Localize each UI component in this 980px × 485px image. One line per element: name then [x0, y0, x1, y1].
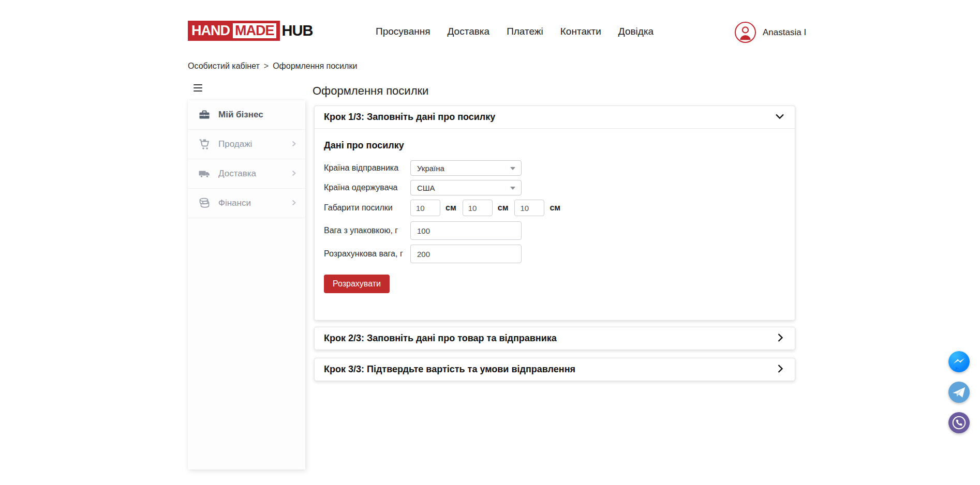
calculated-weight-row: Розрахункова вага, г	[324, 245, 785, 263]
breadcrumb-current: Оформлення посилки	[273, 62, 357, 71]
step2-card: Крок 2/3: Заповніть дані про товар та ві…	[314, 327, 795, 350]
nav-item-payments[interactable]: Платежі	[507, 26, 543, 37]
sidebar-item-my-business[interactable]: Мій бізнес	[188, 100, 305, 130]
nav-item-contacts[interactable]: Контакти	[560, 26, 601, 37]
coins-icon	[198, 197, 211, 209]
breadcrumb-separator: >	[264, 62, 269, 71]
dimension-unit: см	[550, 203, 560, 213]
page-title: Оформлення посилки	[313, 84, 428, 98]
sidebar-item-label: Мій бізнес	[218, 110, 263, 120]
dimension-unit: см	[498, 203, 509, 213]
recipient-country-select[interactable]: США	[410, 180, 522, 195]
chevron-right-icon	[776, 333, 784, 344]
chevron-right-icon	[291, 199, 297, 208]
calculated-weight-label: Розрахункова вага, г	[324, 249, 410, 259]
packed-weight-input[interactable]	[410, 221, 522, 240]
breadcrumb-cabinet[interactable]: Особистий кабінет	[188, 62, 260, 71]
packed-weight-row: Вага з упаковкою, г	[324, 221, 785, 240]
sidebar-item-label: Фінанси	[218, 198, 251, 208]
breadcrumb: Особистий кабінет > Оформлення посилки	[188, 62, 357, 71]
messenger-icon[interactable]	[948, 351, 970, 372]
sender-country-value: Україна	[417, 164, 444, 173]
logo-red-box: HAND MADE	[188, 21, 280, 41]
step3-title: Крок 3/3: Підтвердьте вартість та умови …	[324, 364, 575, 375]
recipient-country-label: Країна одержувача	[324, 183, 410, 192]
chevron-right-icon	[776, 364, 784, 375]
step1-card: Крок 1/3: Заповніть дані про посилку Дан…	[314, 105, 795, 321]
handmade-hub-logo[interactable]: HAND MADE HUB	[188, 21, 313, 41]
calculate-button[interactable]: Розрахувати	[324, 275, 390, 293]
form-heading: Дані про посилку	[324, 140, 785, 151]
packed-weight-label: Вага з упаковкою, г	[324, 226, 410, 235]
nav-item-help[interactable]: Довідка	[618, 26, 654, 37]
main-content: Крок 1/3: Заповніть дані про посилку Дан…	[314, 105, 795, 381]
nav-item-promotion[interactable]: Просування	[376, 26, 430, 37]
recipient-country-row: Країна одержувача США	[324, 180, 785, 195]
caret-down-icon	[510, 187, 515, 190]
logo-hub: HUB	[282, 23, 313, 38]
dimension-width-input[interactable]	[463, 200, 493, 216]
step2-title: Крок 2/3: Заповніть дані про товар та ві…	[324, 333, 557, 344]
chevron-right-icon	[291, 169, 297, 178]
calculated-weight-input[interactable]	[410, 245, 522, 263]
chevron-right-icon	[291, 140, 297, 149]
sidebar-toggle-hamburger-icon[interactable]	[194, 84, 202, 92]
step3-card: Крок 3/3: Підтвердьте вартість та умови …	[314, 358, 795, 381]
sidebar-item-delivery[interactable]: Доставка	[188, 159, 305, 189]
step1-title: Крок 1/3: Заповніть дані про посилку	[324, 112, 495, 123]
sender-country-row: Країна відправника Україна	[324, 160, 785, 176]
sender-country-label: Країна відправника	[324, 163, 410, 173]
telegram-icon[interactable]	[948, 382, 970, 403]
dimension-height-input[interactable]	[514, 200, 544, 216]
recipient-country-value: США	[417, 184, 435, 192]
sender-country-select[interactable]: Україна	[410, 160, 522, 176]
user-account-chip[interactable]: Anastasia I	[735, 22, 806, 43]
viber-icon[interactable]	[948, 412, 970, 433]
dimension-unit: см	[446, 203, 456, 213]
user-name: Anastasia I	[763, 27, 806, 38]
sidebar-item-label: Доставка	[218, 169, 256, 179]
step2-accordion-header[interactable]: Крок 2/3: Заповніть дані про товар та ві…	[315, 327, 795, 350]
floating-social-buttons	[948, 351, 970, 433]
sidebar-item-sales[interactable]: Продажі	[188, 130, 305, 159]
dimensions-row: Габарити посилки см см см	[324, 200, 785, 216]
top-navigation: Просування Доставка Платежі Контакти Дов…	[376, 26, 654, 37]
step1-accordion-header[interactable]: Крок 1/3: Заповніть дані про посилку	[315, 106, 795, 129]
step3-accordion-header[interactable]: Крок 3/3: Підтвердьте вартість та умови …	[315, 358, 795, 381]
chevron-down-icon	[775, 112, 784, 123]
caret-down-icon	[510, 167, 515, 170]
truck-icon	[198, 168, 211, 180]
sidebar-item-label: Продажі	[218, 139, 252, 149]
cart-icon	[198, 138, 211, 150]
logo-hand: HAND	[191, 24, 230, 38]
sidebar: Мій бізнес Продажі Доставка	[188, 100, 305, 469]
dimensions-label: Габарити посилки	[324, 203, 410, 213]
dimension-length-input[interactable]	[410, 200, 440, 216]
briefcase-icon	[198, 109, 211, 121]
nav-item-delivery[interactable]: Доставка	[448, 26, 490, 37]
logo-made: MADE	[233, 23, 276, 38]
step1-body: Дані про посилку Країна відправника Укра…	[315, 129, 795, 320]
sidebar-item-finances[interactable]: Фінанси	[188, 189, 305, 218]
user-avatar-icon	[735, 22, 756, 43]
